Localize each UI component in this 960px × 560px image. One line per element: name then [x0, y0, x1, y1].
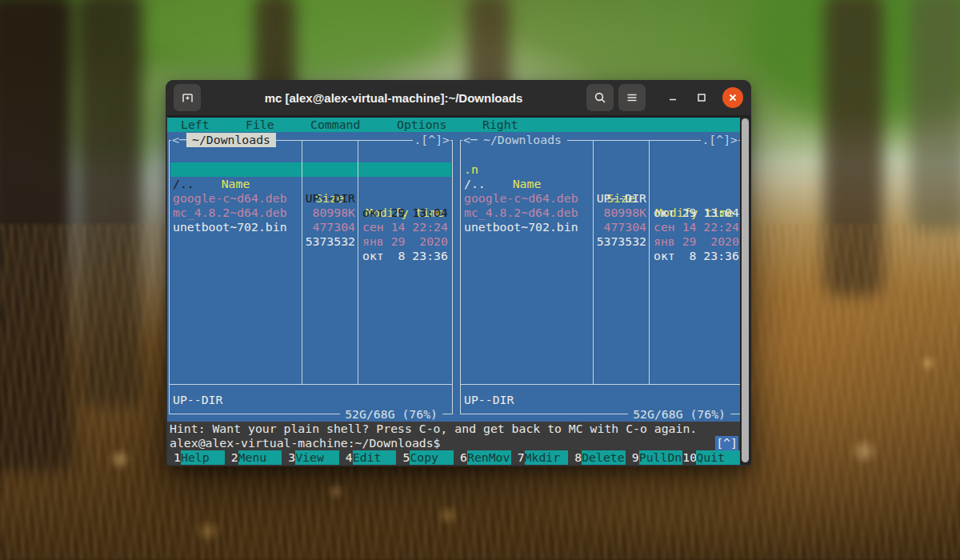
minimize-icon: [667, 92, 678, 103]
file-mtime: янв 29 2020: [362, 234, 448, 249]
file-row[interactable]: unetboot~702.bin 5373532 окт 8 23:36: [170, 206, 451, 220]
new-tab-button[interactable]: [174, 84, 201, 111]
fkey-label: PullDn: [639, 450, 683, 465]
file-mtime: сен 14 22:24: [362, 220, 448, 234]
fkey-label: Quit: [696, 450, 740, 465]
mc-panels-area: <─ ~/Downloads .[^]> .n Name Size Modify…: [167, 132, 740, 422]
panel-left-disk-usage: 52G/68G (76%): [340, 407, 442, 422]
fkey-pulldn-button[interactable]: 9PullDn: [626, 450, 683, 465]
hint-text: Hint: Want your plain shell? Press C-o, …: [170, 422, 697, 436]
fkey-mkdir-button[interactable]: 7Mkdir: [511, 450, 569, 465]
file-size: 5373532: [592, 234, 646, 249]
ministatus-separator: [461, 384, 740, 385]
menu-item-file[interactable]: File: [246, 118, 274, 132]
panel-right-path[interactable]: ~/Downloads: [478, 133, 567, 147]
panel-right-ministatus: UP--DIR: [464, 393, 514, 407]
menu-item-command[interactable]: Command: [310, 118, 360, 132]
maximize-button[interactable]: [692, 88, 711, 107]
shell-prompt-text: alex@alex-virtual-machine:~/Downloads$: [170, 436, 441, 450]
file-size: 5373532: [301, 234, 355, 249]
fkey-delete-button[interactable]: 8Delete: [568, 450, 626, 465]
file-size: 477304: [301, 220, 355, 234]
file-row[interactable]: unetboot~702.bin 5373532 окт 8 23:36: [462, 206, 739, 220]
file-mtime: янв 29 2020: [654, 234, 739, 249]
search-icon: [594, 91, 607, 105]
fkey-number: 2: [225, 450, 238, 465]
tree-trunk: [910, 0, 960, 232]
history-indicator: [^]: [715, 436, 738, 450]
menu-item-right[interactable]: Right: [482, 118, 518, 132]
fkey-number: 7: [511, 450, 525, 465]
close-button[interactable]: [722, 87, 743, 108]
fkey-label: Menu: [238, 450, 282, 465]
fkey-number: 8: [568, 450, 582, 465]
panel-left-column-headers: .n Name Size Modify time: [170, 148, 452, 162]
hamburger-icon: [626, 91, 638, 104]
fkey-number: 3: [282, 450, 295, 465]
file-name: unetboot~702.bin: [173, 220, 287, 234]
fkey-number: 9: [626, 450, 639, 465]
fkey-number: 4: [339, 450, 353, 465]
menu-button[interactable]: [618, 84, 646, 111]
column-separator: [302, 141, 302, 385]
panel-left-back-control[interactable]: <─: [171, 133, 187, 147]
file-row[interactable]: mc_4.8.2~d64.deb 477304 янв 29 2020: [462, 191, 739, 206]
search-button[interactable]: [586, 84, 614, 111]
file-row[interactable]: google-c~d64.deb 80998K сен 14 22:24: [462, 177, 739, 191]
panel-right-nav-controls[interactable]: .[^]>: [701, 133, 738, 147]
fkey-number: 5: [396, 450, 410, 465]
column-separator: [649, 141, 650, 385]
file-mtime: сен 14 22:24: [654, 220, 739, 234]
panel-left-path[interactable]: ~/Downloads: [186, 133, 276, 147]
fkey-label: RenMov: [467, 450, 511, 465]
fkey-edit-button[interactable]: 4Edit: [339, 450, 397, 465]
shell-prompt-line[interactable]: alex@alex-virtual-machine:~/Downloads$ […: [167, 436, 740, 450]
fkey-view-button[interactable]: 3View: [282, 450, 339, 465]
menu-item-options[interactable]: Options: [397, 118, 446, 132]
fkey-copy-button[interactable]: 5Copy: [396, 450, 454, 465]
ministatus-separator: [170, 384, 452, 385]
fkey-menu-button[interactable]: 2Menu: [225, 450, 282, 465]
file-size: 477304: [592, 220, 646, 234]
fkey-label: Mkdir: [525, 450, 569, 465]
fkey-label: Edit: [353, 450, 397, 465]
terminal-screen: Left File Command Options Right <─ ~/Dow…: [167, 116, 740, 465]
fkey-label: Delete: [582, 450, 626, 465]
window-titlebar: mc [alex@alex-virtual-machine]:~/Downloa…: [166, 80, 751, 116]
new-tab-icon: [181, 91, 194, 105]
close-icon: [728, 93, 738, 102]
fkey-label: View: [295, 450, 339, 465]
file-name: unetboot~702.bin: [464, 220, 578, 234]
file-mtime: окт 8 23:36: [654, 249, 739, 263]
menu-item-left[interactable]: Left: [181, 118, 210, 132]
panel-left: <─ ~/Downloads .[^]> .n Name Size Modify…: [169, 140, 453, 414]
fkey-label: Copy: [410, 450, 454, 465]
maximize-icon: [696, 92, 707, 103]
file-row[interactable]: google-c~d64.deb 80998K сен 14 22:24: [170, 177, 451, 191]
file-row[interactable]: mc_4.8.2~d64.deb 477304 янв 29 2020: [170, 191, 451, 206]
terminal-window: mc [alex@alex-virtual-machine]:~/Downloa…: [166, 80, 751, 466]
column-separator: [593, 141, 594, 385]
panel-right-column-headers: .n Name Size Modify time: [461, 148, 740, 162]
mc-menubar: Left File Command Options Right: [167, 118, 740, 132]
scrollbar-track[interactable]: [740, 116, 751, 465]
fkey-number: 10: [682, 450, 696, 465]
panel-left-nav-controls[interactable]: .[^]>: [413, 133, 450, 147]
fkey-quit-button[interactable]: 10Quit: [682, 450, 740, 465]
file-row-updir[interactable]: /.. UP--DIR окт 29 13:04: [462, 162, 739, 177]
window-title: mc [alex@alex-virtual-machine]:~/Downloa…: [201, 91, 586, 105]
function-key-bar: 1Help 2Menu 3View 4Edit 5Copy 6RenMov 7M…: [167, 450, 740, 465]
panel-right: <─ ~/Downloads .[^]> .n Name Size Modify…: [460, 140, 741, 414]
scrollbar-thumb[interactable]: [742, 118, 749, 462]
hint-line: Hint: Want your plain shell? Press C-o, …: [167, 422, 740, 436]
column-separator: [358, 141, 358, 385]
file-mtime: окт 8 23:36: [362, 249, 448, 263]
panel-left-ministatus: UP--DIR: [173, 393, 222, 407]
minimize-button[interactable]: [663, 88, 682, 107]
panel-right-back-control[interactable]: <─: [462, 133, 478, 147]
panel-right-disk-usage: 52G/68G (76%): [628, 407, 730, 422]
fkey-number: 6: [454, 450, 467, 465]
file-row-updir[interactable]: /.. UP--DIR окт 29 13:04: [170, 162, 451, 177]
fkey-renmov-button[interactable]: 6RenMov: [454, 450, 511, 465]
